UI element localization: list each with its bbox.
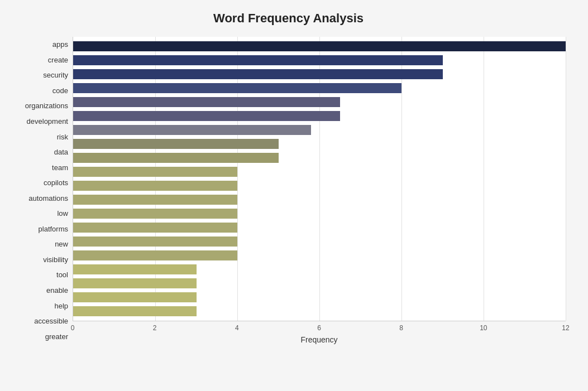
bar-row (73, 124, 566, 136)
y-label: platforms (39, 225, 68, 233)
bar (73, 195, 237, 205)
bar-row (73, 235, 566, 248)
bar (73, 250, 237, 260)
bar-row (73, 68, 566, 80)
bar-row (73, 166, 566, 178)
y-label: create (48, 56, 68, 64)
bar-row (73, 249, 566, 262)
bar (73, 41, 566, 51)
y-axis-labels: appscreatesecuritycodeorganizationsdevel… (11, 37, 73, 344)
y-label: development (27, 118, 68, 125)
x-axis: 024681012 (73, 321, 566, 332)
x-tick: 4 (235, 324, 239, 332)
y-label: data (54, 148, 68, 156)
bar-row (73, 180, 566, 192)
y-label: organizations (25, 102, 68, 109)
x-tick: 6 (317, 324, 321, 332)
bar-row (73, 305, 566, 317)
y-label: visibility (43, 256, 68, 263)
y-label: risk (57, 133, 68, 141)
y-label: help (54, 302, 68, 310)
x-tick: 12 (562, 324, 569, 332)
bar-row (73, 277, 566, 289)
bar (73, 306, 197, 316)
y-label: accessible (34, 317, 68, 325)
x-tick: 2 (153, 324, 157, 332)
x-tick: 0 (71, 324, 75, 332)
y-label: tool (56, 271, 68, 278)
bar-row (73, 110, 566, 122)
bar (73, 111, 340, 121)
chart-title: Word Frequency Analysis (11, 11, 566, 26)
y-label: security (43, 71, 68, 79)
y-label: low (57, 210, 68, 217)
y-label: apps (52, 41, 68, 48)
bar (73, 167, 237, 177)
y-label: automations (28, 195, 68, 202)
bar (73, 125, 311, 135)
bar-row (73, 152, 566, 164)
y-label: copilots (44, 179, 68, 186)
bar-row (73, 291, 566, 303)
plot-area: 024681012 Frequency (73, 37, 566, 344)
bar (73, 97, 340, 107)
y-label: greater (45, 333, 68, 340)
bar (73, 209, 237, 219)
bar (73, 153, 279, 163)
y-label: enable (46, 287, 68, 294)
bar-row (73, 194, 566, 206)
bar (73, 83, 401, 93)
x-axis-label: Frequency (73, 335, 566, 344)
bars-container (73, 37, 566, 321)
x-tick: 10 (480, 324, 487, 332)
bar (73, 236, 237, 247)
y-label: team (52, 164, 68, 171)
bar (73, 139, 279, 149)
bar (73, 292, 197, 302)
x-tick: 8 (399, 324, 403, 332)
bar-row (73, 138, 566, 150)
bar-row (73, 82, 566, 94)
y-label: code (52, 87, 68, 94)
bar (73, 69, 443, 79)
bar (73, 181, 237, 191)
bar-row (73, 40, 566, 52)
bar-row (73, 263, 566, 276)
bar (73, 55, 443, 65)
chart-container: Word Frequency Analysis appscreatesecuri… (0, 0, 588, 391)
bar-row (73, 207, 566, 220)
y-label: new (55, 240, 68, 248)
grid-line (566, 37, 566, 321)
bar-row (73, 96, 566, 108)
bar-row (73, 54, 566, 66)
bar-row (73, 221, 566, 234)
bar (73, 223, 237, 233)
bar (73, 278, 197, 288)
bar (73, 264, 197, 274)
chart-area: appscreatesecuritycodeorganizationsdevel… (11, 37, 566, 344)
